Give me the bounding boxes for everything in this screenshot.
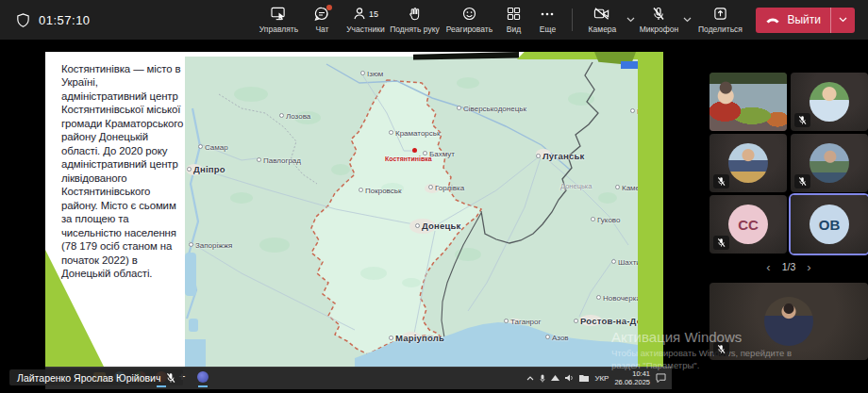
- slide-deco-right-green-band: [638, 52, 663, 367]
- tray-volume-icon: [565, 374, 574, 382]
- map-city-label: Шахти: [611, 258, 638, 267]
- slide-paragraph: Костянтинівка — місто в Україні, адмініс…: [61, 62, 185, 281]
- muted-mic-icon: [713, 236, 729, 250]
- mic-options-chevron[interactable]: [680, 1, 693, 39]
- map-city-label: Ізюм: [360, 70, 383, 78]
- smiley-icon: [462, 7, 476, 22]
- presenter-muted-mic-icon: [166, 372, 175, 384]
- chat-unread-badge: [326, 5, 332, 10]
- camera-options-chevron[interactable]: [624, 1, 637, 39]
- map-city-label: Луганськ: [536, 151, 584, 161]
- map-city-label: Самар: [198, 143, 228, 152]
- meeting-toolbar: 01:57:10 Управлять Чат 15: [0, 0, 868, 40]
- participant-tile-cc[interactable]: СС: [709, 195, 787, 254]
- map-city-label: Ростов-на-Дону: [574, 316, 638, 326]
- map-city-label: Новочеркаськ: [596, 294, 638, 303]
- shared-screen-slide: Костянтинівка — місто в Україні, адмініс…: [45, 52, 663, 367]
- chat-button[interactable]: Чат: [300, 1, 343, 39]
- muted-mic-icon: [794, 113, 810, 127]
- map-labels: ІзюмЛозоваСамарПавлоградДніпроСіверськод…: [185, 57, 638, 367]
- react-button[interactable]: Реагировать: [442, 1, 496, 39]
- participant-tile-ov-active[interactable]: ОВ: [791, 195, 868, 254]
- leave-button[interactable]: Выйти: [756, 8, 855, 33]
- camera-off-icon: [593, 7, 610, 22]
- avatar-initials: ОВ: [810, 205, 849, 244]
- tray-mic-icon: [540, 374, 545, 383]
- map-city-label: Гуково: [591, 216, 620, 224]
- map-city-label: Азов: [545, 334, 569, 342]
- participant-tile-video[interactable]: [709, 73, 787, 131]
- grid-view-icon: [507, 7, 521, 22]
- shield-icon: [15, 12, 31, 28]
- hangup-icon: [765, 16, 780, 24]
- camera-button[interactable]: Камера: [580, 1, 624, 39]
- map-donetsk-oblast: ІзюмЛозоваСамарПавлоградДніпроСіверськод…: [185, 57, 638, 367]
- meeting-timer: 01:57:10: [39, 13, 91, 27]
- map-city-label: Дніпро: [187, 164, 225, 174]
- share-button[interactable]: Поделиться: [693, 1, 746, 39]
- map-city-label: Лозова: [279, 112, 310, 121]
- clock[interactable]: 10:41 26.06.2025: [614, 369, 650, 387]
- map-city-label: Маріуполь: [389, 333, 444, 343]
- muted-mic-icon: [713, 174, 729, 188]
- participant-video: [709, 73, 787, 131]
- view-button[interactable]: Вид: [496, 1, 530, 39]
- mic-button[interactable]: Микрофон: [637, 1, 680, 39]
- toolbar-divider: [572, 8, 573, 31]
- map-city-label: Донецьк: [415, 221, 461, 231]
- raise-hand-button[interactable]: Поднять руку: [387, 1, 442, 39]
- toolbar-buttons: Управлять Чат 15 Участники: [257, 1, 868, 39]
- map-city-label: Краматорськ: [389, 129, 440, 138]
- map-city-label: Запоріжжя: [189, 241, 232, 250]
- meeting-timer-group: 01:57:10: [15, 12, 91, 28]
- pager-label: 1/3: [782, 261, 796, 272]
- participants-count: 15: [369, 9, 378, 19]
- gallery-pager: ‹ 1/3 ›: [709, 257, 868, 276]
- participant-tile[interactable]: [791, 73, 868, 131]
- avatar: [810, 82, 849, 122]
- chat-icon: [314, 7, 329, 22]
- map-city-label: Сіверськодонецьк: [457, 105, 526, 113]
- manage-button[interactable]: Управлять: [257, 1, 300, 39]
- map-city-label: Каменськ: [615, 184, 638, 192]
- notifications-icon[interactable]: [656, 373, 666, 383]
- participants-button[interactable]: 15 Участники: [343, 1, 387, 39]
- avatar: [764, 297, 813, 346]
- teams-meeting-window: 01:57:10 Управлять Чат 15: [0, 0, 868, 393]
- avatar-initials: СС: [728, 205, 768, 244]
- participant-tile-large[interactable]: [709, 283, 868, 360]
- map-city-label: Горлівка: [428, 184, 464, 192]
- tray-folder-icon: [579, 374, 589, 382]
- map-city-label: Павлоград: [257, 156, 301, 165]
- map-city-label: Покровськ: [359, 187, 401, 195]
- map-city-label: Таганрог: [504, 318, 541, 326]
- map-city-label: Костянтинівка: [385, 156, 432, 162]
- participant-tile[interactable]: [709, 134, 787, 192]
- avatar: [810, 143, 849, 183]
- pager-prev-icon[interactable]: ‹: [766, 261, 770, 273]
- highlight-city-dot: [412, 148, 417, 153]
- muted-mic-icon: [713, 342, 729, 356]
- pager-next-icon[interactable]: ›: [807, 261, 810, 273]
- participants-icon: [353, 7, 366, 21]
- map-city-label: Міллерово: [630, 107, 638, 116]
- system-tray[interactable]: УКР 10:41 26.06.2025: [526, 368, 676, 388]
- language-indicator[interactable]: УКР: [594, 374, 609, 383]
- participants-sidebar: СС ОВ ‹ 1/3 ›: [709, 73, 868, 360]
- tray-network-icon: [551, 374, 559, 382]
- participant-tile[interactable]: [791, 134, 868, 192]
- ellipsis-icon: [540, 7, 555, 22]
- mic-off-icon: [652, 7, 665, 22]
- manage-screen-icon: [271, 7, 287, 22]
- tray-chevron-up-icon[interactable]: [526, 376, 534, 381]
- map-city-label: Донецька: [560, 182, 592, 190]
- leave-options-chevron[interactable]: [831, 8, 855, 33]
- teams-app-icon[interactable]: [196, 370, 209, 384]
- avatar: [728, 143, 768, 183]
- more-button[interactable]: Еще: [530, 1, 564, 39]
- share-icon: [713, 7, 727, 22]
- muted-mic-icon: [794, 174, 810, 188]
- presenter-name-overlay: Лайтаренко Ярослав Юрійович: [9, 369, 183, 385]
- raise-hand-icon: [408, 7, 421, 22]
